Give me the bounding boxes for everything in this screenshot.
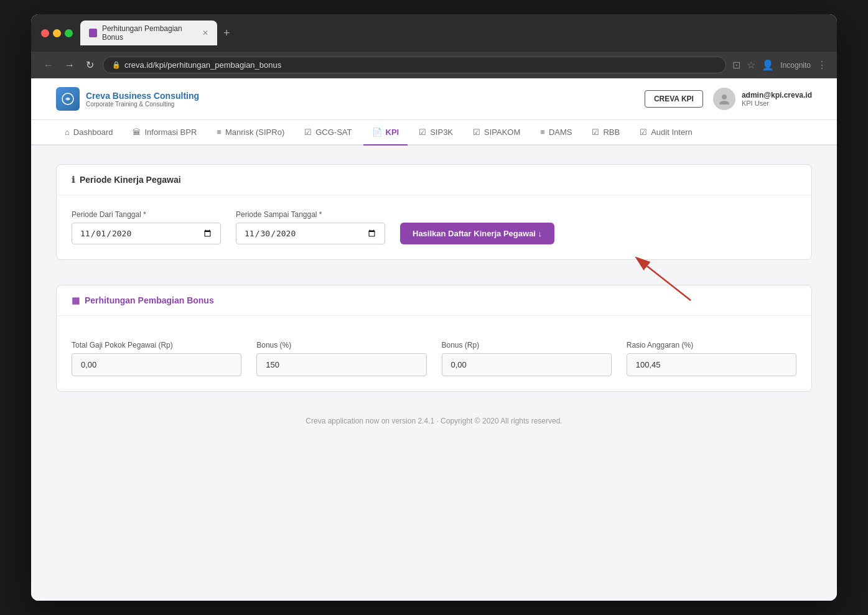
user-email: admin@kpi.creva.id bbox=[742, 91, 812, 99]
periode-card-title: Periode Kinerja Pegawai bbox=[80, 175, 181, 185]
footer-text: Creva application now on version 2.4.1 ·… bbox=[306, 417, 562, 425]
company-subtitle: Corporate Training & Consulting bbox=[86, 101, 199, 108]
page-footer: Creva application now on version 2.4.1 ·… bbox=[56, 404, 812, 438]
dari-tanggal-input[interactable] bbox=[72, 223, 221, 244]
new-tab-button[interactable]: + bbox=[220, 25, 234, 41]
logo-area: Creva Business Consulting Corporate Trai… bbox=[56, 87, 199, 111]
bonus-pct-label: Bonus (%) bbox=[256, 341, 426, 349]
page-header: Creva Business Consulting Corporate Trai… bbox=[31, 78, 837, 120]
svg-line-3 bbox=[647, 266, 691, 300]
dashboard-icon: ⌂ bbox=[65, 127, 70, 137]
nav-item-rbb[interactable]: ☑ RBB bbox=[583, 120, 628, 146]
bonus-rp-group: Bonus (Rp) 0,00 bbox=[442, 341, 612, 376]
sampai-tanggal-input[interactable] bbox=[236, 223, 385, 244]
profile-icon[interactable]: 👤 bbox=[762, 59, 774, 71]
audit-intern-icon: ☑ bbox=[640, 127, 647, 137]
browser-titlebar: Perhitungan Pembagian Bonus ✕ + bbox=[31, 14, 837, 52]
periode-form-row: Periode Dari Tanggal * Periode Sampai Ta… bbox=[72, 210, 796, 244]
active-tab[interactable]: Perhitungan Pembagian Bonus ✕ bbox=[80, 21, 217, 45]
perhitungan-card-body: Total Gaji Pokok Pegawai (Rp) 0,00 Bonus… bbox=[57, 316, 811, 391]
sampai-tanggal-label: Periode Sampai Tanggal * bbox=[236, 210, 385, 219]
refresh-button[interactable]: ↻ bbox=[83, 57, 96, 73]
sip3k-icon: ☑ bbox=[419, 127, 426, 137]
rasio-value: 100,45 bbox=[627, 353, 796, 376]
traffic-lights bbox=[41, 29, 73, 37]
kpi-icon: 📄 bbox=[372, 127, 382, 137]
bonus-rp-label: Bonus (Rp) bbox=[442, 341, 612, 349]
nav-label-kpi: KPI bbox=[386, 127, 399, 137]
nav-item-gcg-sat[interactable]: ☑ GCG-SAT bbox=[296, 120, 360, 146]
periode-card-body: Periode Dari Tanggal * Periode Sampai Ta… bbox=[57, 195, 811, 259]
svg-point-1 bbox=[722, 95, 727, 99]
arrow-svg bbox=[628, 254, 716, 303]
user-avatar bbox=[713, 88, 735, 110]
arrow-annotation bbox=[56, 254, 812, 297]
sampai-tanggal-group: Periode Sampai Tanggal * bbox=[236, 210, 385, 244]
nav-item-dashboard[interactable]: ⌂ Dashboard bbox=[56, 120, 121, 146]
nav-label-sip3k: SIP3K bbox=[430, 127, 453, 137]
dams-icon: ≡ bbox=[540, 127, 545, 137]
nav-item-manrisk[interactable]: ≡ Manrisk (SIPRo) bbox=[208, 120, 293, 146]
browser-tabs: Perhitungan Pembagian Bonus ✕ + bbox=[80, 21, 827, 45]
nav-item-kpi[interactable]: 📄 KPI bbox=[363, 120, 408, 146]
user-info: admin@kpi.creva.id KPI User bbox=[713, 88, 812, 110]
tab-favicon bbox=[89, 29, 97, 37]
main-navigation: ⌂ Dashboard 🏛 Informasi BPR ≡ Manrisk (S… bbox=[31, 120, 837, 146]
perhitungan-data-row: Total Gaji Pokok Pegawai (Rp) 0,00 Bonus… bbox=[72, 341, 796, 376]
dari-tanggal-group: Periode Dari Tanggal * bbox=[72, 210, 221, 244]
address-bar[interactable]: 🔒 creva.id/kpi/perhitungan_pembagian_bon… bbox=[103, 57, 726, 73]
incognito-label: Incognito bbox=[780, 61, 811, 70]
maximize-button[interactable] bbox=[65, 29, 73, 37]
manrisk-icon: ≡ bbox=[217, 127, 222, 137]
main-content: ℹ Periode Kinerja Pegawai Periode Dari T… bbox=[31, 146, 837, 456]
nav-label-manrisk: Manrisk (SIPRo) bbox=[225, 127, 284, 137]
nav-label-dashboard: Dashboard bbox=[73, 127, 113, 137]
periode-card: ℹ Periode Kinerja Pegawai Periode Dari T… bbox=[56, 164, 812, 260]
user-details: admin@kpi.creva.id KPI User bbox=[742, 91, 812, 107]
bonus-pct-value: 150 bbox=[256, 353, 426, 376]
forward-button[interactable]: → bbox=[62, 57, 77, 73]
rasio-group: Rasio Anggaran (%) 100,45 bbox=[627, 341, 796, 376]
bonus-pct-group: Bonus (%) 150 bbox=[256, 341, 426, 376]
nav-item-sip3k[interactable]: ☑ SIP3K bbox=[410, 120, 462, 146]
page-content: Creva Business Consulting Corporate Trai… bbox=[31, 78, 837, 601]
header-right: CREVA KPI admin@kpi.creva.id KPI User bbox=[645, 88, 812, 110]
total-gaji-value: 0,00 bbox=[72, 353, 241, 376]
creva-kpi-button[interactable]: CREVA KPI bbox=[645, 90, 703, 108]
back-button[interactable]: ← bbox=[41, 57, 56, 73]
nav-label-gcg-sat: GCG-SAT bbox=[315, 127, 352, 137]
nav-label-rbb: RBB bbox=[603, 127, 620, 137]
rasio-label: Rasio Anggaran (%) bbox=[627, 341, 796, 349]
company-name: Creva Business Consulting bbox=[86, 91, 199, 101]
lock-icon: 🔒 bbox=[112, 61, 121, 69]
nav-label-audit-intern: Audit Intern bbox=[651, 127, 693, 137]
browser-window: Perhitungan Pembagian Bonus ✕ + ← → ↻ 🔒 … bbox=[31, 14, 837, 601]
tab-title: Perhitungan Pembagian Bonus bbox=[102, 24, 197, 42]
nav-label-sipakom: SIPAKOM bbox=[484, 127, 520, 137]
tab-close-icon[interactable]: ✕ bbox=[202, 29, 208, 37]
minimize-button[interactable] bbox=[53, 29, 61, 37]
browser-toolbar: ← → ↻ 🔒 creva.id/kpi/perhitungan_pembagi… bbox=[31, 52, 837, 78]
nav-item-sipakom[interactable]: ☑ SIPAKOM bbox=[464, 120, 529, 146]
url-text: creva.id/kpi/perhitungan_pembagian_bonus bbox=[124, 60, 281, 70]
logo-text: Creva Business Consulting Corporate Trai… bbox=[86, 91, 199, 108]
nav-label-dams: DAMS bbox=[549, 127, 572, 137]
toolbar-actions: ⊡ ☆ 👤 Incognito ⋮ bbox=[732, 59, 827, 71]
nav-item-dams[interactable]: ≡ DAMS bbox=[531, 120, 581, 146]
gcg-sat-icon: ☑ bbox=[304, 127, 312, 137]
dari-tanggal-label: Periode Dari Tanggal * bbox=[72, 210, 221, 219]
total-gaji-group: Total Gaji Pokok Pegawai (Rp) 0,00 bbox=[72, 341, 241, 376]
bookmark-icon[interactable]: ☆ bbox=[747, 59, 755, 71]
nav-item-informasi-bpr[interactable]: 🏛 Informasi BPR bbox=[124, 120, 205, 146]
nav-label-informasi-bpr: Informasi BPR bbox=[144, 127, 197, 137]
logo-icon bbox=[56, 87, 80, 111]
close-button[interactable] bbox=[41, 29, 49, 37]
periode-card-header: ℹ Periode Kinerja Pegawai bbox=[57, 165, 811, 195]
informasi-bpr-icon: 🏛 bbox=[133, 127, 141, 137]
translate-icon[interactable]: ⊡ bbox=[732, 59, 740, 71]
nav-item-audit-intern[interactable]: ☑ Audit Intern bbox=[631, 120, 701, 146]
rbb-icon: ☑ bbox=[592, 127, 599, 137]
generate-button[interactable]: Hasilkan Daftar Kinerja Pegawai ↓ bbox=[400, 223, 554, 244]
menu-icon[interactable]: ⋮ bbox=[817, 59, 827, 71]
bonus-rp-value: 0,00 bbox=[442, 353, 612, 376]
